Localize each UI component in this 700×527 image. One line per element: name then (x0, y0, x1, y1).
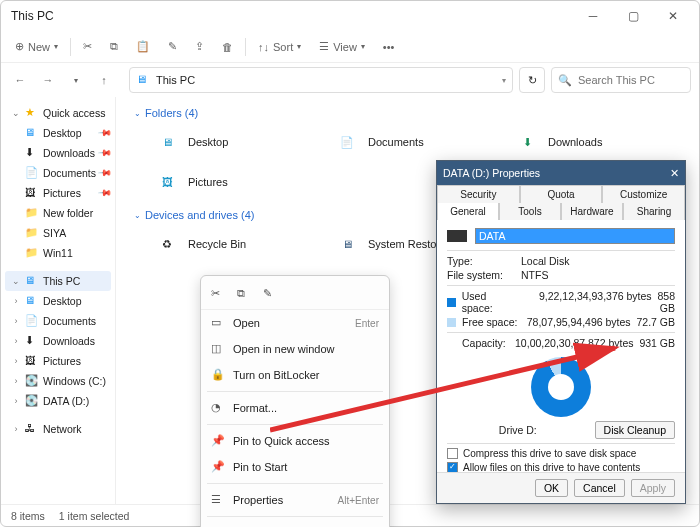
sidebar-item-pc-d[interactable]: ›💽DATA (D:) (5, 391, 111, 411)
minimize-button[interactable]: ─ (573, 2, 613, 30)
ctx-toolbar: ✂ ⧉ ✎ (201, 280, 389, 310)
new-button[interactable]: ⊕ New ▾ (9, 35, 64, 59)
sidebar-item-quickaccess[interactable]: ⌄★ Quick access (5, 103, 111, 123)
ctx-properties[interactable]: ☰PropertiesAlt+Enter (201, 487, 389, 513)
desktop-icon: 🖥 (25, 126, 39, 140)
rename-button[interactable]: ✎ (162, 35, 183, 59)
selected-count: 1 item selected (59, 510, 130, 522)
sidebar-item-thispc[interactable]: ⌄🖥This PC (5, 271, 111, 291)
delete-button[interactable]: 🗑 (216, 35, 239, 59)
folder-desktop[interactable]: 🖥Desktop (154, 125, 304, 159)
search-box[interactable]: 🔍 (551, 67, 691, 93)
apply-button[interactable]: Apply (631, 479, 675, 497)
pc-icon: 🖥 (136, 73, 150, 87)
ctx-more[interactable]: ⊕Show more optionsShift+F10 (201, 520, 389, 527)
ctx-pin-start[interactable]: 📌Pin to Start (201, 454, 389, 480)
desktop-icon: 🖥 (25, 294, 39, 308)
breadcrumb[interactable]: This PC (156, 74, 195, 86)
pin-icon: 📌 (211, 460, 225, 474)
compress-checkbox[interactable]: Compress this drive to save disk space (447, 448, 675, 459)
drive-icon: 💽 (25, 394, 39, 408)
navigation-bar: ← → ▾ ↑ 🖥 This PC ▾ ↻ 🔍 (1, 63, 699, 97)
sidebar-item-pictures[interactable]: 🖼Pictures📌 (5, 183, 111, 203)
sidebar-item-documents[interactable]: 📄Documents📌 (5, 163, 111, 183)
sidebar-item-pc-downloads[interactable]: ›⬇Downloads (5, 331, 111, 351)
folder-documents[interactable]: 📄Documents (334, 125, 484, 159)
pc-icon: 🖥 (25, 274, 39, 288)
tab-sharing[interactable]: Sharing (623, 203, 685, 220)
ctx-pin-qa[interactable]: 📌Pin to Quick access (201, 428, 389, 454)
free-swatch (447, 318, 456, 327)
chevron-down-icon: ▾ (54, 42, 58, 51)
drive-letter: Drive D: (447, 424, 589, 436)
drive-recyclebin[interactable]: ♻Recycle Bin (154, 227, 304, 261)
ctx-open[interactable]: ▭OpenEnter (201, 310, 389, 336)
share-button[interactable]: ⇪ (189, 35, 210, 59)
cut-icon[interactable]: ✂ (211, 287, 227, 303)
sidebar-item-network[interactable]: ›🖧Network (5, 419, 111, 439)
sidebar-item-win11[interactable]: 📁Win11 (5, 243, 111, 263)
up-button[interactable]: ↑ (93, 69, 115, 91)
sidebar-item-pc-pictures[interactable]: ›🖼Pictures (5, 351, 111, 371)
search-input[interactable] (578, 74, 684, 86)
documents-icon: 📄 (25, 166, 39, 180)
forward-button[interactable]: → (37, 69, 59, 91)
recycle-icon: ♻ (154, 231, 180, 257)
copy-button[interactable]: ⧉ (104, 35, 124, 59)
command-bar: ⊕ New ▾ ✂ ⧉ 📋 ✎ ⇪ 🗑 ↑↓ Sort ▾ ☰ View ▾ •… (1, 31, 699, 63)
format-icon: ◔ (211, 401, 225, 415)
group-folders[interactable]: ⌄Folders (4) (134, 107, 691, 119)
refresh-button[interactable]: ↻ (519, 67, 545, 93)
tab-security[interactable]: Security (437, 185, 520, 203)
sidebar-item-pc-documents[interactable]: ›📄Documents (5, 311, 111, 331)
tab-customize[interactable]: Customize (602, 185, 685, 203)
sidebar-item-desktop[interactable]: 🖥Desktop📌 (5, 123, 111, 143)
sidebar-item-newfolder[interactable]: 📁New folder (5, 203, 111, 223)
downloads-icon: ⬇ (514, 129, 540, 155)
recent-button[interactable]: ▾ (65, 69, 87, 91)
folder-downloads[interactable]: ⬇Downloads (514, 125, 664, 159)
tab-tools[interactable]: Tools (499, 203, 561, 220)
star-icon: ★ (25, 106, 39, 120)
sidebar-item-pc-c[interactable]: ›💽Windows (C:) (5, 371, 111, 391)
sidebar-item-siya[interactable]: 📁SIYA (5, 223, 111, 243)
sidebar-item-downloads[interactable]: ⬇Downloads📌 (5, 143, 111, 163)
more-button[interactable]: ••• (377, 35, 401, 59)
folder-icon: 📁 (25, 246, 39, 260)
copy-icon[interactable]: ⧉ (237, 287, 253, 303)
cut-button[interactable]: ✂ (77, 35, 98, 59)
pictures-icon: 🖼 (25, 186, 39, 200)
used-swatch (447, 298, 456, 307)
view-button[interactable]: ☰ View ▾ (313, 35, 371, 59)
ctx-open-new[interactable]: ◫Open in new window (201, 336, 389, 362)
tab-general[interactable]: General (437, 203, 499, 220)
tab-quota[interactable]: Quota (520, 185, 603, 203)
rename-icon: ✎ (168, 40, 177, 53)
properties-dialog: DATA (D:) Properties ✕ Security Quota Cu… (436, 160, 686, 504)
sidebar-item-pc-desktop[interactable]: ›🖥Desktop (5, 291, 111, 311)
drive-name-input[interactable] (475, 228, 675, 244)
folder-pictures[interactable]: 🖼Pictures (154, 165, 304, 199)
close-button[interactable]: ✕ (653, 2, 693, 30)
trash-icon: 🗑 (222, 41, 233, 53)
documents-icon: 📄 (25, 314, 39, 328)
downloads-icon: ⬇ (25, 334, 39, 348)
close-icon[interactable]: ✕ (670, 167, 679, 179)
disk-cleanup-button[interactable]: Disk Cleanup (595, 421, 675, 439)
ok-button[interactable]: OK (535, 479, 568, 497)
rename-icon[interactable]: ✎ (263, 287, 279, 303)
window-title: This PC (7, 9, 573, 23)
window-icon: ◫ (211, 342, 225, 356)
sort-icon: ↑↓ (258, 41, 269, 53)
properties-icon: ☰ (211, 493, 225, 507)
address-bar[interactable]: 🖥 This PC ▾ (129, 67, 513, 93)
paste-button[interactable]: 📋 (130, 35, 156, 59)
pin-icon: 📌 (98, 186, 113, 201)
cancel-button[interactable]: Cancel (574, 479, 625, 497)
ctx-format[interactable]: ◔Format... (201, 395, 389, 421)
sort-button[interactable]: ↑↓ Sort ▾ (252, 35, 307, 59)
ctx-bitlocker[interactable]: 🔒Turn on BitLocker (201, 362, 389, 388)
maximize-button[interactable]: ▢ (613, 2, 653, 30)
tab-hardware[interactable]: Hardware (561, 203, 623, 220)
back-button[interactable]: ← (9, 69, 31, 91)
